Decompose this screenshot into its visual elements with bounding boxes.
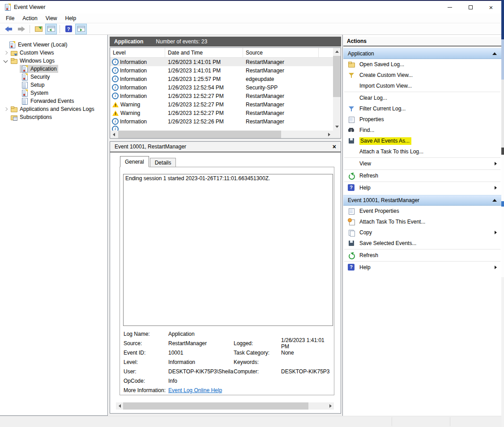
tree-item[interactable]: Custom Views — [0, 49, 107, 57]
refresh-icon — [348, 252, 355, 259]
action-icon-slot — [348, 160, 355, 167]
tree-chevron-icon[interactable] — [3, 58, 9, 64]
tree-chevron-icon[interactable] — [1, 42, 7, 48]
collapse-icon[interactable] — [492, 199, 497, 202]
actions-section-header-application[interactable]: Application — [343, 48, 501, 59]
help-button[interactable]: ? — [63, 24, 74, 34]
tree-chevron-icon[interactable] — [13, 82, 20, 88]
column-header-level[interactable]: Level — [110, 48, 165, 58]
action-item[interactable]: Attach Task To This Event... — [343, 216, 501, 227]
horizontal-scroll-thumb[interactable] — [118, 131, 281, 138]
field-row: User: DESKTOP-KIK75P3\Sheila Computer: D… — [124, 367, 333, 376]
tree-chevron-icon[interactable] — [13, 98, 20, 104]
action-item[interactable]: Open Saved Log... — [343, 59, 501, 70]
event-description[interactable]: Ending session 1 started 2023-01-26T17:1… — [123, 174, 333, 326]
menu-item[interactable]: Help — [61, 13, 81, 23]
minimize-button[interactable] — [440, 1, 460, 13]
tree-item[interactable]: Subscriptions — [0, 113, 107, 121]
preview-tab[interactable]: Details — [150, 158, 176, 167]
action-item[interactable]: View — [343, 158, 501, 169]
vertical-scroll-thumb[interactable] — [333, 56, 341, 97]
tree-item[interactable]: Security — [0, 73, 107, 81]
horizontal-scroll-thumb[interactable] — [123, 402, 308, 410]
action-item[interactable]: Save All Events As... — [343, 135, 501, 146]
action-item[interactable]: Copy — [343, 227, 501, 238]
tree-item[interactable]: Applications and Services Logs — [0, 105, 107, 113]
show-action-pane-button[interactable] — [75, 24, 87, 34]
scroll-up-button[interactable] — [333, 48, 341, 55]
filter-new-icon — [348, 72, 355, 79]
event-source: RestartManager — [243, 110, 319, 116]
action-item[interactable]: Refresh — [343, 250, 501, 261]
tree-item[interactable]: Forwarded Events — [0, 97, 107, 105]
tree-item[interactable]: Setup — [0, 81, 107, 89]
forward-button[interactable] — [15, 24, 27, 34]
event-row[interactable]: Warning 1/26/2023 12:52:27 PM RestartMan… — [110, 100, 333, 109]
tree-item[interactable]: Event Viewer (Local) — [0, 41, 107, 49]
menu-item[interactable]: File — [2, 13, 18, 23]
tree-item[interactable]: Application — [0, 65, 107, 73]
action-item[interactable]: Create Custom View... — [343, 70, 501, 80]
action-item-label: Find... — [359, 127, 374, 133]
scroll-right-button[interactable] — [325, 131, 333, 138]
collapse-icon[interactable] — [492, 52, 497, 55]
menu-item[interactable]: View — [42, 13, 61, 23]
tree-chevron-icon[interactable] — [13, 66, 20, 72]
event-row[interactable]: Information 1/26/2023 12:52:26 PM Restar… — [110, 117, 333, 126]
preview-horizontal-scrollbar[interactable] — [116, 402, 334, 410]
event-row[interactable]: Information 1/26/2023 1:25:57 PM edgeupd… — [110, 75, 333, 83]
event-list-horizontal-scrollbar[interactable] — [110, 131, 333, 138]
event-list-header: Level Date and Time Source — [110, 48, 333, 58]
tree-chevron-icon[interactable] — [13, 90, 20, 96]
preview-close-button[interactable]: × — [333, 144, 336, 150]
scroll-left-button[interactable] — [110, 131, 118, 138]
event-list-vertical-scrollbar[interactable] — [333, 48, 341, 131]
action-item[interactable]: Refresh — [343, 170, 501, 181]
action-item[interactable]: Filter Current Log... — [343, 103, 501, 114]
event-row[interactable]: Information 1/26/2023 12:52:54 PM Securi… — [110, 83, 333, 92]
open-saved-log-button[interactable] — [33, 24, 44, 34]
maximize-button[interactable] — [460, 1, 481, 13]
column-header-date-time[interactable]: Date and Time — [165, 48, 243, 58]
actions-separator — [344, 261, 500, 262]
column-header-source[interactable]: Source — [243, 48, 319, 58]
preview-tab[interactable]: General — [120, 156, 149, 167]
event-list: Level Date and Time Source Information 1… — [110, 47, 341, 139]
action-item[interactable]: Event Properties — [343, 206, 501, 216]
toolbar: ? — [0, 23, 501, 35]
event-log-online-help-link[interactable]: Event Log Online Help — [168, 387, 234, 393]
action-item-label: Refresh — [359, 173, 378, 179]
event-row[interactable]: Information 1/26/2023 12:52:27 PM Restar… — [110, 92, 333, 100]
event-source: RestartManager — [243, 118, 319, 125]
action-item[interactable]: Properties — [343, 114, 501, 125]
actions-section-header-event[interactable]: Event 10001, RestartManager — [343, 195, 501, 206]
scroll-right-button[interactable] — [327, 402, 334, 410]
action-item[interactable]: Save Selected Events... — [343, 238, 501, 249]
event-row[interactable]: Warning 1/26/2023 12:52:27 PM RestartMan… — [110, 109, 333, 117]
field-label: OpCode: — [124, 378, 168, 384]
action-item[interactable]: Help — [343, 182, 501, 193]
scroll-left-button[interactable] — [116, 402, 123, 410]
action-item[interactable]: Help — [343, 262, 501, 273]
log-icon — [21, 97, 28, 105]
scroll-down-button[interactable] — [333, 123, 341, 131]
tree-item[interactable]: System — [0, 89, 107, 97]
close-button[interactable]: × — [481, 1, 501, 13]
action-item[interactable]: Import Custom View... — [343, 80, 501, 91]
action-item-label: Import Custom View... — [359, 83, 412, 89]
action-item[interactable]: Find... — [343, 125, 501, 135]
action-item[interactable]: Attach a Task To this Log... — [343, 146, 501, 157]
submenu-arrow-icon — [495, 231, 497, 234]
tree-chevron-icon[interactable] — [3, 50, 9, 56]
tree-chevron-icon[interactable] — [3, 106, 9, 112]
tree-item[interactable]: Windows Logs — [0, 57, 107, 65]
tree-chevron-icon[interactable] — [13, 74, 20, 80]
event-row[interactable]: Information 1/26/2023 1:41:01 PM Restart… — [110, 66, 333, 75]
event-row[interactable]: Information 1/26/2023 1:41:01 PM Restart… — [110, 58, 333, 66]
action-item[interactable]: Clear Log... — [343, 93, 501, 103]
back-button[interactable] — [3, 24, 14, 34]
menu-item[interactable]: Action — [18, 13, 41, 23]
tree-chevron-icon[interactable] — [3, 114, 9, 120]
event-datetime: 1/26/2023 12:52:27 PM — [165, 101, 243, 108]
show-console-tree-button[interactable] — [45, 24, 57, 34]
